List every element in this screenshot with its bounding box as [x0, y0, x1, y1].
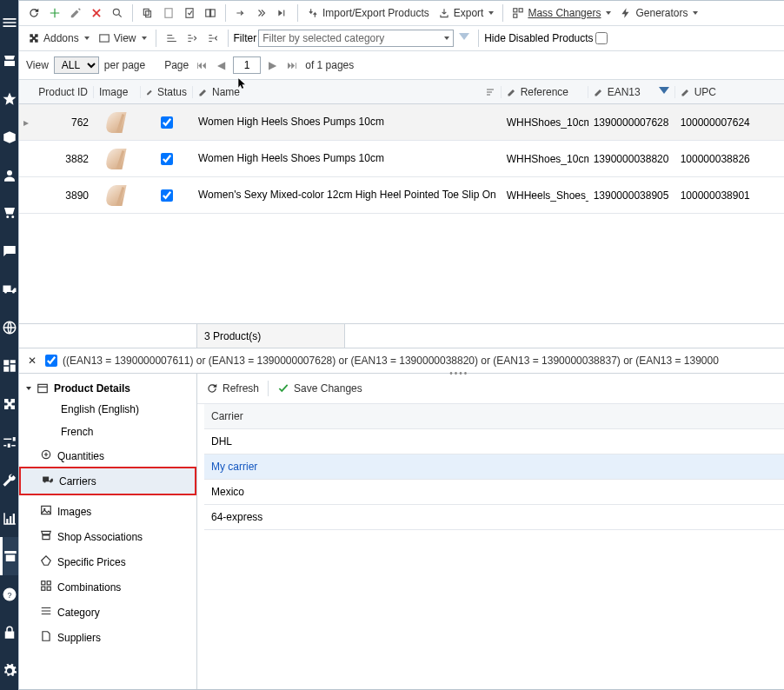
cell-status[interactable]: [141, 116, 193, 129]
view-label: View: [114, 32, 136, 44]
cart-icon[interactable]: [0, 194, 18, 232]
copy-icon[interactable]: [138, 5, 157, 21]
last-page-icon[interactable]: ⏭: [284, 59, 300, 71]
outdent-icon[interactable]: [203, 30, 223, 46]
tree-item-specific-prices[interactable]: Specific Prices: [19, 549, 196, 574]
puzzle-icon[interactable]: [0, 385, 18, 423]
tree-item-shop-associations[interactable]: Shop Associations: [19, 524, 196, 549]
cell-ref: WHHShoes_10cm: [502, 153, 588, 165]
menu-icon[interactable]: [0, 3, 18, 42]
store-icon[interactable]: [0, 42, 18, 80]
tree-item-carriers[interactable]: Carriers: [19, 467, 196, 495]
save-button[interactable]: Save Changes: [277, 382, 362, 395]
carrier-row[interactable]: My carrier: [204, 454, 784, 480]
table-row[interactable]: 3890 Women's Sexy Mixed-color 12cm High …: [19, 177, 784, 214]
col-carrier[interactable]: Carrier: [204, 410, 784, 422]
tree-item-images[interactable]: Images: [19, 499, 196, 524]
col-status[interactable]: Status: [141, 86, 193, 98]
refresh-button[interactable]: Refresh: [206, 382, 259, 395]
table-row[interactable]: 3882 Women High Heels Shoes Pumps 10cm W…: [19, 141, 784, 177]
carrier-row[interactable]: 64-express: [204, 505, 784, 530]
tree-item-quantities[interactable]: Quantities: [19, 443, 196, 468]
go3-icon[interactable]: [273, 5, 292, 21]
filter-enabled-checkbox[interactable]: [45, 355, 57, 367]
tree-item-label: Carriers: [59, 475, 96, 488]
paste2-icon[interactable]: [180, 5, 199, 21]
row-expand-icon[interactable]: ▸: [19, 116, 33, 129]
search-icon[interactable]: [108, 5, 127, 21]
col-image[interactable]: Image: [94, 86, 141, 98]
svg-rect-20: [42, 587, 45, 590]
export-button[interactable]: Export: [435, 5, 498, 21]
svg-rect-13: [99, 35, 109, 42]
carrier-row[interactable]: Mexico: [204, 480, 784, 505]
tree-item-category[interactable]: Category: [19, 600, 196, 625]
cell-status[interactable]: [141, 153, 193, 165]
help-icon[interactable]: ?: [0, 575, 18, 614]
import-export-button[interactable]: Import/Export Products: [303, 5, 433, 21]
tree-item-icon: [42, 474, 54, 488]
archive-icon[interactable]: [0, 537, 18, 575]
generators-label: Generators: [635, 7, 688, 19]
truck-icon[interactable]: [0, 270, 18, 309]
close-filter-icon[interactable]: ✕: [24, 353, 40, 368]
table-row[interactable]: ▸ 762 Women High Heels Shoes Pumps 10cm …: [19, 104, 784, 141]
tree-item-label: Specific Prices: [57, 556, 126, 568]
cell-ean: 1390000038820: [588, 153, 675, 165]
col-reference[interactable]: Reference: [502, 86, 588, 98]
tree-item-combinations[interactable]: Combinations: [19, 574, 196, 600]
import-export-label: Import/Export Products: [322, 7, 429, 19]
grid-header: Product ID Image Status Name Reference E…: [19, 80, 784, 104]
sort-asc-icon[interactable]: [162, 30, 181, 46]
refresh-icon[interactable]: [24, 5, 43, 21]
lock-icon[interactable]: [0, 614, 18, 652]
prev-page-icon[interactable]: ◀: [215, 59, 228, 71]
paste-icon[interactable]: [159, 5, 178, 21]
addons-button[interactable]: Addons: [24, 30, 93, 46]
tree-item-english-english-[interactable]: English (English): [19, 398, 196, 421]
star-icon[interactable]: [0, 80, 18, 118]
package-icon[interactable]: [0, 118, 18, 156]
tree-item-label: Shop Associations: [57, 531, 143, 543]
message-icon[interactable]: [0, 232, 18, 270]
view-select[interactable]: ALL: [54, 56, 99, 74]
generators-button[interactable]: Generators: [616, 5, 701, 21]
cell-name: Women's Sexy Mixed-color 12cm High Heel …: [193, 189, 502, 201]
go1-icon[interactable]: [231, 5, 250, 21]
globe-icon[interactable]: [0, 309, 18, 347]
filter-select[interactable]: Filter by selected category: [258, 30, 454, 47]
add-icon[interactable]: [45, 5, 64, 21]
hide-disabled-checkbox[interactable]: [595, 32, 608, 44]
save-label: Save Changes: [294, 382, 362, 395]
col-product-id[interactable]: Product ID: [33, 86, 94, 98]
view-button[interactable]: View: [95, 30, 150, 46]
tree-item-french[interactable]: French: [19, 421, 196, 443]
user-icon[interactable]: [0, 156, 18, 195]
chart-icon[interactable]: [0, 500, 18, 538]
clear-filter-icon[interactable]: [455, 31, 473, 45]
wrench-icon[interactable]: [0, 461, 18, 500]
tree-item-suppliers[interactable]: Suppliers: [19, 625, 196, 650]
pagination-bar: View ALL per page Page ⏮ ◀ ▶ ⏭ of 1 page…: [19, 51, 784, 80]
col-ean13[interactable]: EAN13: [588, 86, 675, 98]
col-upc[interactable]: UPC: [675, 86, 784, 98]
next-page-icon[interactable]: ▶: [266, 59, 279, 71]
dashboard-icon[interactable]: [0, 347, 18, 385]
tree-item-icon: [40, 630, 52, 645]
cell-status[interactable]: [141, 189, 193, 202]
first-page-icon[interactable]: ⏮: [194, 59, 209, 71]
delete-icon[interactable]: [87, 5, 106, 21]
dup-icon[interactable]: [201, 5, 220, 21]
tree-root[interactable]: Product Details: [19, 379, 196, 398]
gear-icon[interactable]: [0, 652, 18, 690]
carrier-row[interactable]: DHL: [204, 429, 784, 454]
sliders-icon[interactable]: [0, 423, 18, 461]
edit-icon[interactable]: [66, 5, 85, 21]
page-input[interactable]: [233, 56, 261, 74]
mass-changers-button[interactable]: Mass Changers: [508, 5, 615, 21]
svg-rect-12: [514, 14, 517, 17]
go2-icon[interactable]: [252, 5, 271, 21]
indent-icon[interactable]: [183, 30, 202, 46]
svg-point-3: [113, 9, 119, 15]
col-name[interactable]: Name: [193, 86, 502, 98]
